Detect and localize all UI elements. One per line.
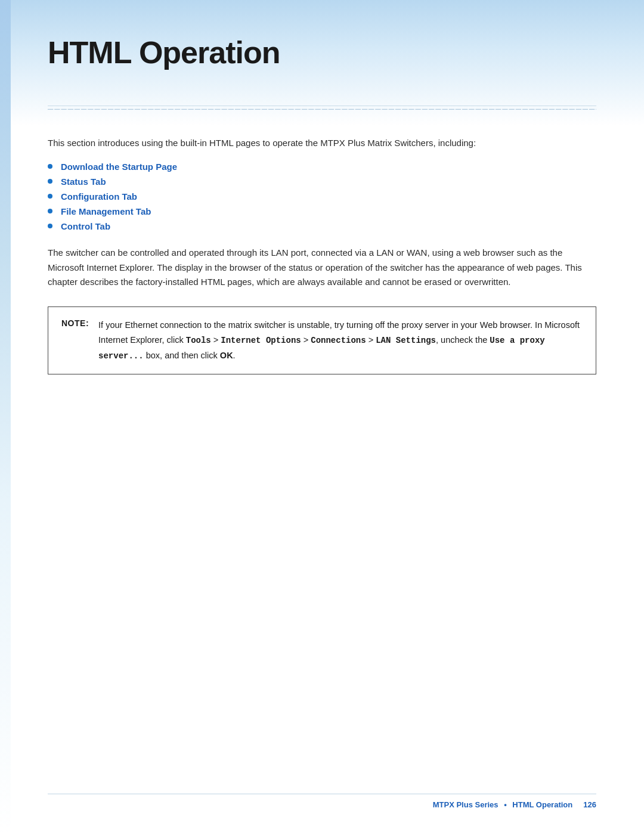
note-content: If your Ethernet connection to the matri…	[98, 318, 583, 363]
intro-paragraph: This section introduces using the built-…	[48, 136, 596, 151]
bullet-dot	[48, 164, 52, 169]
link-download-startup[interactable]: Download the Startup Page	[61, 162, 177, 172]
note-ok-bold: OK	[220, 351, 233, 360]
note-code-connections: Connections	[311, 336, 366, 345]
bullet-dot	[48, 194, 52, 199]
list-item: Download the Startup Page	[48, 162, 596, 172]
footer-separator: •	[504, 800, 507, 809]
footer-line	[48, 794, 596, 794]
link-status-tab[interactable]: Status Tab	[61, 176, 106, 187]
list-item: Control Tab	[48, 221, 596, 231]
note-code-tools: Tools	[186, 336, 211, 345]
bullet-dot	[48, 209, 52, 213]
note-box: NOTE: If your Ethernet connection to the…	[48, 306, 596, 374]
bullet-dot	[48, 224, 52, 228]
list-item: File Management Tab	[48, 206, 596, 216]
page-footer: MTPX Plus Series • HTML Operation 126	[433, 800, 596, 809]
link-control-tab[interactable]: Control Tab	[61, 221, 110, 231]
note-code-internet-options: Internet Options	[221, 336, 301, 345]
list-item: Status Tab	[48, 176, 596, 187]
list-item: Configuration Tab	[48, 191, 596, 202]
main-content: HTML Operation This section introduces u…	[0, 0, 644, 410]
footer-brand: MTPX Plus Series	[433, 800, 499, 809]
bullet-list: Download the Startup Page Status Tab Con…	[48, 162, 596, 231]
footer-page-number: 126	[583, 800, 596, 809]
link-file-management-tab[interactable]: File Management Tab	[61, 206, 151, 216]
note-code-lan-settings: LAN Settings	[376, 336, 436, 345]
note-label: NOTE:	[61, 318, 89, 328]
body-paragraph: The switcher can be controlled and opera…	[48, 246, 596, 290]
bullet-dot	[48, 179, 52, 184]
page-title: HTML Operation	[48, 36, 596, 70]
link-configuration-tab[interactable]: Configuration Tab	[61, 191, 137, 202]
footer-section: HTML Operation	[512, 800, 572, 809]
section-divider	[48, 106, 596, 106]
